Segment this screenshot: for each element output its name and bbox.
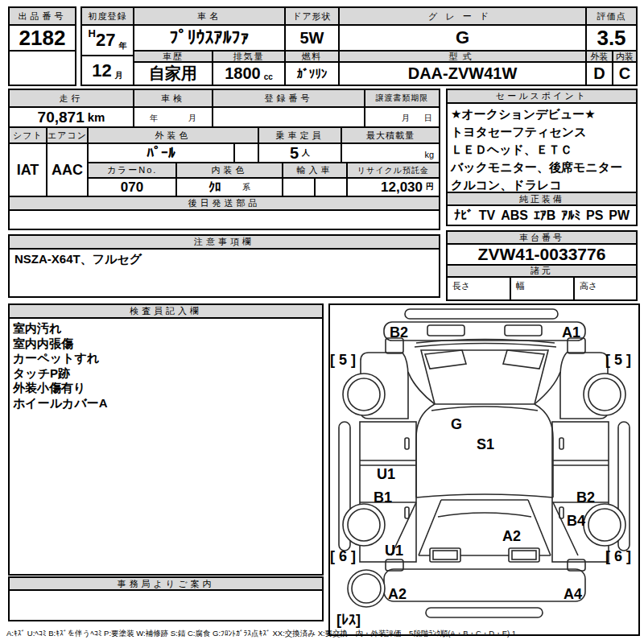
shift-header: シフト [8,126,47,144]
mileage-value: 70,871 km [8,106,134,128]
max-load-value: kg [341,142,440,163]
imported-cell-a [282,177,316,197]
aircon-header: エアコン [46,126,89,144]
recycle-deposit-header: リサイクル預託金 [346,162,440,179]
max-load-header: 最大積載量 [341,126,440,144]
displacement-unit: cc [264,72,273,85]
reg-month-value: 12 [92,60,111,81]
equipment-item: ABS [501,208,528,223]
reg-year-value: 27 [96,30,115,51]
chassis-no-value: ZVW41-0033776 [446,243,638,266]
auction-no-header: 出品番号 [8,6,76,26]
inspector-note-line: 室内汚れ [13,321,319,336]
damage-code-label: [ﾚｽ] [336,612,361,628]
first-registration-header: 初度登録 [80,6,134,26]
aircon-value: AAC [46,142,89,197]
first-registration-year: H 27 年 [80,24,134,56]
mileage-number: 70,871 [38,109,85,126]
transfer-deadline-header: 譲渡書類期限 [364,89,440,108]
damage-code-label: A1 [562,324,580,341]
imported-cell-b [314,177,348,197]
later-parts-value [8,209,440,230]
damage-code-label: [ 5 ] [605,352,631,368]
recycle-number: 12,030 [381,180,423,196]
inspector-note-line: タッチP跡 [13,366,319,382]
auction-sheet: 出品番号 2182 初度登録 H 27 年 12 月 車名 ﾌﾟﾘｳｽｱﾙﾌｧ … [0,0,644,644]
inspector-note-line: 室内内張傷 [13,336,319,352]
score-value: 3.5 [585,24,638,52]
interior-grade-value: C [612,61,638,86]
transfer-day-unit: 日 [424,113,432,124]
equipment-item: ﾅﾋﾞ [454,208,473,223]
damage-code-label: B2 [576,489,595,506]
capacity-header: 乗車定員 [258,126,342,144]
color-no-header: カラーNo. [87,162,177,179]
damage-code-label: B4 [567,513,585,529]
interior-color-header: 内装色 [175,162,283,179]
exterior-color-value: ﾊﾟｰﾙ [87,142,235,163]
exterior-color-header: 外装色 [87,126,259,144]
shaken-value: 年 月 [133,106,213,128]
mileage-unit: km [88,110,105,124]
color-no-value: 070 [87,177,177,197]
sales-point-line: ＬＥＤヘッド、ＥＴＣ [451,141,633,159]
interior-color-suffix: 系 [242,182,250,193]
shaken-month-unit: 月 [188,113,196,124]
damage-code-label: B2 [390,324,408,341]
capacity-number: 5 [290,144,299,163]
recycle-unit: 円 [426,181,434,196]
length-cell: 長さ [446,276,511,301]
office-notice-value [8,589,324,621]
damage-code-label: [ 5 ] [330,352,356,368]
sales-point-line: トヨタセーフティセンス [451,123,633,141]
notes-value: NSZA-X64T、フルセグ [8,248,440,298]
inspector-notes-list: 室内汚れ室内内張傷カーペットすれタッチP跡外装小傷有りホイールカバーA [8,317,324,576]
grade-header: グレード [338,6,587,26]
transfer-deadline-value: 月 日 [364,106,440,128]
sales-point-line: バックモニター、後席モニター [451,159,633,176]
shaken-header: 車検 [133,89,213,108]
history-value: 自家用 [133,61,213,86]
year-unit-label: 年 [118,40,126,55]
fuel-value: ｶﾞｿﾘﾝ [284,61,340,86]
interior-color-value: ｸﾛ 系 [175,177,283,197]
damage-code-label: [ 6 ] [605,548,631,564]
sales-point-line: ★オークションデビュー★ [451,105,633,123]
damage-code-label: U1 [377,466,395,482]
displacement-value: 1800 cc [212,61,286,86]
legend-text: A:ｷｽﾞ U:ﾍｺﾐ B:ｷｽﾞを伴うﾍｺﾐ P:要塗装 W:補修跡 S:錆 … [6,629,642,639]
registration-no-header: 登録番号 [212,89,365,108]
capacity-value: 5 人 [258,142,342,163]
transfer-month-unit: 月 [402,113,410,124]
displacement-number: 1800 [225,64,261,83]
era-label: H [89,26,96,39]
shaken-year-unit: 年 [150,113,158,124]
inspector-note-line: ホイールカバーA [13,396,319,411]
equipment-item: PS [586,208,603,223]
score-header: 評価点 [585,6,638,26]
recycle-deposit-value: 12,030 円 [346,177,440,197]
registration-no-value [212,106,365,128]
damage-code-label: S1 [477,436,494,452]
inspector-note-line: 外装小傷有り [13,381,319,396]
inspector-note-line: カーペットすれ [13,351,319,366]
damage-code-label: A2 [388,586,407,602]
door-shape-header: ドア形状 [284,6,340,26]
month-unit-label: 月 [115,70,123,85]
damage-code-label: [ 6 ] [330,548,356,564]
damage-code-label: U1 [385,543,403,559]
exterior-color-sub-cell [233,142,259,163]
auction-no-value: 2182 [8,24,76,52]
equipment-item: PW [609,208,630,223]
max-load-unit: kg [424,150,434,159]
car-name-value: ﾌﾟﾘｳｽｱﾙﾌｧ [133,24,286,52]
damage-code-label: A2 [502,528,521,544]
damage-code-label: G [451,416,462,432]
sales-points-list: ★オークションデビュー★トヨタセーフティセンスＬＥＤヘッド、ＥＴＣバックモニター… [446,102,638,193]
auction-no-empty-cell [8,50,76,86]
equipment-list: ﾅﾋﾞTVABSｴｱBｱﾙﾐPSPW [446,204,638,226]
model-code-value: DAA-ZVW41W [338,61,587,86]
height-cell: 高さ [573,276,638,301]
equipment-item: ｴｱB [534,208,556,223]
capacity-unit: 人 [302,147,310,162]
